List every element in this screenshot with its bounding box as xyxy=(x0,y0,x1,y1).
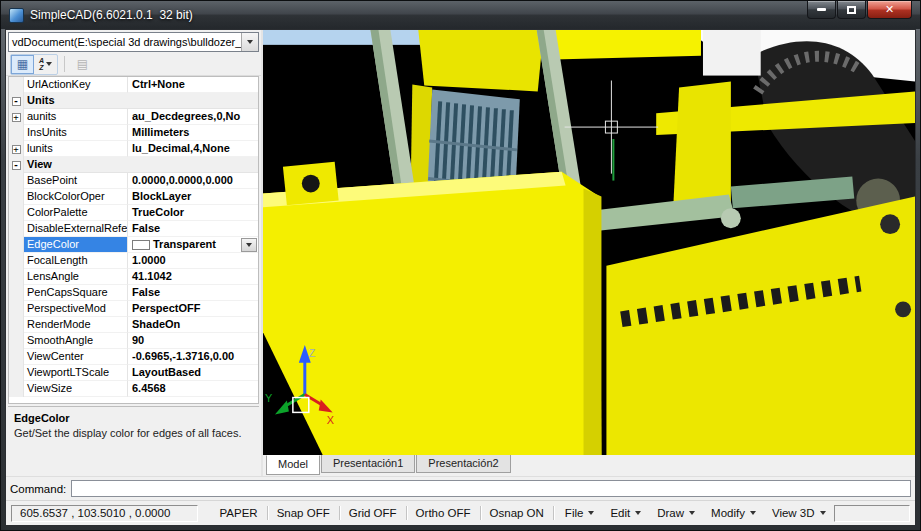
axis-z-label: Z xyxy=(309,347,316,359)
collapse-icon[interactable]: - xyxy=(12,161,21,170)
3d-canvas[interactable]: Z Y X xyxy=(263,30,915,455)
coordinates-readout: 605.6537 , 103.5010 , 0.0000 xyxy=(11,505,198,522)
status-separator xyxy=(406,506,407,520)
menu-edit[interactable]: Edit xyxy=(602,507,649,519)
property-row-pencapssquare[interactable]: PenCapsSquare False xyxy=(9,285,258,301)
roof xyxy=(544,30,701,60)
property-row-viewportltscale[interactable]: ViewportLTScale LayoutBased xyxy=(9,365,258,381)
command-label: Command: xyxy=(10,483,66,495)
grid-toggle[interactable]: Grid OFF xyxy=(343,507,403,519)
description-text: Get/Set the display color for edges of a… xyxy=(14,427,253,439)
property-row-disableexternalrefe[interactable]: DisableExternalRefe False xyxy=(9,221,258,237)
cab-column xyxy=(673,82,731,211)
property-row-lensangle[interactable]: LensAngle 41.1042 xyxy=(9,269,258,285)
command-input[interactable] xyxy=(71,480,911,497)
chevron-down-icon xyxy=(247,40,253,44)
axis-y-label: Y xyxy=(265,393,273,405)
chevron-down-icon xyxy=(588,511,594,515)
tab-model[interactable]: Model xyxy=(266,455,320,475)
property-row-viewcenter[interactable]: ViewCenter -0.6965,-1.3716,0.00 xyxy=(9,349,258,365)
command-line: Command: xyxy=(6,476,915,500)
sort-az-icon: AZ xyxy=(39,57,44,71)
category-row-view[interactable]: - View xyxy=(9,157,258,173)
snap-toggle[interactable]: Snap OFF xyxy=(271,507,336,519)
chevron-down-icon xyxy=(689,511,695,515)
property-description: EdgeColor Get/Set the display color for … xyxy=(8,406,259,476)
edgecolor-value: Transparent xyxy=(153,237,216,252)
menu-modify[interactable]: Modify xyxy=(703,507,764,519)
propertygrid-toolbar: ▦ AZ ▤ xyxy=(6,53,261,76)
property-row-smoothangle[interactable]: SmoothAngle 90 xyxy=(9,333,258,349)
chevron-down-icon xyxy=(635,511,641,515)
minimize-button[interactable] xyxy=(807,1,836,19)
edgecolor-dropdown-button[interactable] xyxy=(241,238,257,252)
tab-presentacion2[interactable]: Presentación2 xyxy=(416,455,510,473)
menu-draw[interactable]: Draw xyxy=(649,507,703,519)
title-bar[interactable]: SimpleCAD(6.6021.0.1 32 bit) ✕ xyxy=(1,1,920,29)
property-pages-button[interactable]: ▤ xyxy=(71,55,94,74)
maximize-button[interactable] xyxy=(837,1,866,19)
property-row-basepoint[interactable]: BasePoint 0.0000,0.0000,0.000 xyxy=(9,173,258,189)
property-row-lunits[interactable]: + lunits lu_Decimal,4,None xyxy=(9,141,258,157)
chevron-down-icon xyxy=(246,243,252,247)
sort-arrow-icon xyxy=(46,62,52,66)
property-row-viewsize[interactable]: ViewSize 6.4568 xyxy=(9,381,258,397)
property-row-focallength[interactable]: FocalLength 1.0000 xyxy=(9,253,258,269)
status-bar: 605.6537 , 103.5010 , 0.0000 PAPER Snap … xyxy=(6,500,915,525)
minimize-icon xyxy=(817,8,826,11)
blade xyxy=(263,172,601,455)
status-separator xyxy=(267,506,268,520)
color-swatch xyxy=(132,240,150,250)
expand-icon[interactable]: + xyxy=(12,113,21,122)
hood xyxy=(418,30,543,91)
properties-panel: vdDocument(E:\special 3d drawings\bulldo… xyxy=(6,30,263,476)
chevron-down-icon xyxy=(750,511,756,515)
chevron-down-icon xyxy=(820,511,826,515)
property-row-blockcoloroper[interactable]: BlockColorOper BlockLayer xyxy=(9,189,258,205)
menu-file[interactable]: File xyxy=(557,507,603,519)
expand-icon[interactable]: + xyxy=(12,145,21,154)
property-row-rendermode[interactable]: RenderMode ShadeOn xyxy=(9,317,258,333)
categorized-view-button[interactable]: ▦ xyxy=(11,55,34,74)
ortho-toggle[interactable]: Ortho OFF xyxy=(410,507,477,519)
layout-tabs: Model Presentación1 Presentación2 xyxy=(263,455,915,476)
property-row-perspectivemod[interactable]: PerspectiveMod PerspectOFF xyxy=(9,301,258,317)
property-row-urlactionkey[interactable]: UrlActionKey Ctrl+None xyxy=(9,77,258,93)
3d-viewport[interactable]: Z Y X xyxy=(263,30,915,455)
status-separator xyxy=(339,506,340,520)
axis-x-label: X xyxy=(327,414,335,426)
combobox-dropdown-button[interactable] xyxy=(241,33,258,51)
document-combobox[interactable]: vdDocument(E:\special 3d drawings\bulldo… xyxy=(8,32,259,52)
maximize-icon xyxy=(847,6,856,14)
property-grid: UrlActionKey Ctrl+None - Units + aunits … xyxy=(8,76,259,404)
app-window: SimpleCAD(6.6021.0.1 32 bit) ✕ vdDocumen… xyxy=(0,0,921,531)
status-separator xyxy=(480,506,481,520)
description-title: EdgeColor xyxy=(14,412,253,424)
document-combobox-value: vdDocument(E:\special 3d drawings\bulldo… xyxy=(9,33,241,51)
tab-presentacion1[interactable]: Presentación1 xyxy=(321,455,415,473)
alphabetical-sort-button[interactable]: AZ xyxy=(34,55,57,74)
pages-icon: ▤ xyxy=(77,57,88,71)
paper-toggle[interactable]: PAPER xyxy=(214,507,264,519)
collapse-icon[interactable]: - xyxy=(12,97,21,106)
status-separator xyxy=(553,506,554,520)
close-button[interactable]: ✕ xyxy=(867,1,912,19)
rops-panel xyxy=(703,30,761,76)
property-row-aunits[interactable]: + aunits au_Decdegrees,0,No xyxy=(9,109,258,125)
window-title: SimpleCAD(6.6021.0.1 32 bit) xyxy=(30,8,193,22)
toolbar-separator xyxy=(64,56,65,72)
osnap-toggle[interactable]: Osnap ON xyxy=(484,507,550,519)
categorized-icon: ▦ xyxy=(17,57,28,71)
menu-view3d[interactable]: View 3D xyxy=(764,507,834,519)
close-icon: ✕ xyxy=(885,4,894,15)
app-icon xyxy=(9,8,24,23)
property-row-edgecolor[interactable]: EdgeColor Transparent xyxy=(9,237,258,253)
property-row-colorpalette[interactable]: ColorPalette TrueColor xyxy=(9,205,258,221)
status-right-panel xyxy=(834,505,910,522)
property-row-insunits[interactable]: InsUnits Millimeters xyxy=(9,125,258,141)
category-row-units[interactable]: - Units xyxy=(9,93,258,109)
